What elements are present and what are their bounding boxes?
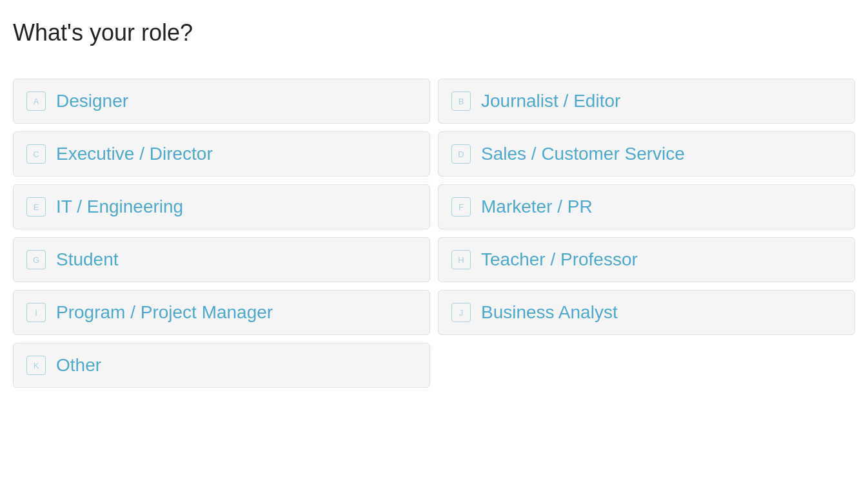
option-key-d: D [451,144,471,164]
option-label-c: Executive / Director [56,144,213,164]
page-title: What's your role? [13,19,855,46]
option-label-i: Program / Project Manager [56,302,273,323]
option-label-k: Other [56,355,101,376]
option-key-j: J [451,303,471,322]
option-btn-d[interactable]: DSales / Customer Service [438,131,855,177]
option-key-h: H [451,250,471,269]
option-label-a: Designer [56,91,128,111]
option-key-a: A [26,91,46,111]
option-btn-k[interactable]: KOther [13,343,430,388]
option-btn-c[interactable]: CExecutive / Director [13,131,430,177]
option-label-d: Sales / Customer Service [481,144,685,164]
option-btn-h[interactable]: HTeacher / Professor [438,237,855,282]
option-btn-e[interactable]: EIT / Engineering [13,184,430,229]
option-label-e: IT / Engineering [56,197,183,217]
option-btn-b[interactable]: BJournalist / Editor [438,79,855,124]
option-btn-i[interactable]: IProgram / Project Manager [13,290,430,335]
option-btn-j[interactable]: JBusiness Analyst [438,290,855,335]
option-key-i: I [26,303,46,322]
option-key-e: E [26,197,46,216]
option-label-h: Teacher / Professor [481,249,638,270]
option-label-j: Business Analyst [481,302,618,323]
option-btn-a[interactable]: ADesigner [13,79,430,124]
option-btn-f[interactable]: FMarketer / PR [438,184,855,229]
option-key-k: K [26,356,46,375]
option-btn-g[interactable]: GStudent [13,237,430,282]
option-label-g: Student [56,249,119,270]
option-label-b: Journalist / Editor [481,91,620,111]
options-grid: ADesignerBJournalist / EditorCExecutive … [13,79,855,388]
option-key-f: F [451,197,471,216]
option-key-g: G [26,250,46,269]
option-label-f: Marketer / PR [481,197,593,217]
option-key-c: C [26,144,46,164]
option-key-b: B [451,91,471,111]
